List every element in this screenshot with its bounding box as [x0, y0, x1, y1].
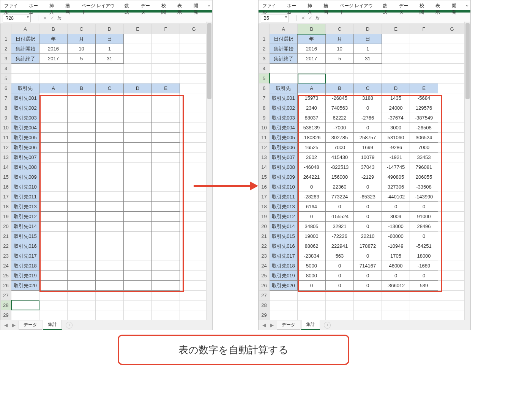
cell[interactable] — [438, 64, 466, 74]
row-header[interactable]: 24 — [259, 261, 270, 271]
cell[interactable]: 取引先018 — [11, 261, 39, 271]
cell[interactable] — [382, 310, 410, 320]
cell[interactable]: 取引先014 — [270, 222, 298, 231]
cell[interactable] — [96, 153, 124, 162]
cell[interactable]: 28496 — [410, 222, 438, 231]
cell[interactable]: 10079 — [354, 153, 382, 162]
cell[interactable] — [180, 300, 208, 310]
row-header[interactable]: 16 — [259, 182, 270, 192]
cell[interactable] — [382, 64, 410, 74]
cell[interactable] — [124, 251, 152, 261]
cell[interactable] — [152, 143, 180, 153]
cell[interactable] — [180, 153, 208, 162]
cell[interactable]: 集計終了 — [270, 54, 298, 64]
cell[interactable] — [152, 93, 180, 103]
cell[interactable]: 302785 — [326, 133, 354, 143]
cell[interactable] — [96, 143, 124, 153]
cell[interactable] — [96, 64, 124, 74]
cell[interactable] — [438, 123, 466, 133]
cell[interactable]: 3188 — [354, 93, 382, 103]
row-header[interactable]: 22 — [1, 241, 11, 251]
row-header[interactable]: 18 — [259, 202, 270, 212]
cell[interactable] — [326, 310, 354, 320]
cell[interactable] — [382, 54, 410, 64]
row-header[interactable]: 5 — [1, 74, 11, 83]
cell[interactable]: -46048 — [298, 162, 326, 172]
fx-icon[interactable]: fx — [315, 15, 319, 21]
row-header[interactable]: 20 — [259, 222, 270, 231]
cell[interactable]: 取引先007 — [270, 153, 298, 162]
cell[interactable]: 62222 — [326, 113, 354, 123]
column-header[interactable]: E — [124, 24, 152, 34]
cell[interactable]: 取引先003 — [270, 113, 298, 123]
cell[interactable] — [68, 231, 96, 241]
cell[interactable]: 日付選択 — [270, 34, 298, 44]
cell[interactable] — [180, 133, 208, 143]
cell[interactable] — [39, 162, 68, 172]
cell[interactable]: -10949 — [382, 241, 410, 251]
cell[interactable] — [180, 241, 208, 251]
tab-home[interactable]: ホーム — [25, 1, 46, 10]
cell[interactable]: 0 — [354, 202, 382, 212]
cell[interactable] — [39, 291, 68, 300]
cell[interactable] — [326, 64, 354, 74]
cell[interactable] — [124, 222, 152, 231]
row-header[interactable]: 15 — [259, 172, 270, 182]
cell[interactable] — [39, 251, 68, 261]
spreadsheet-grid[interactable]: ABCDEFG1日付選択年月日2集計開始20161013集計終了20175314… — [259, 24, 466, 320]
cell[interactable]: 2016 — [298, 44, 326, 54]
cell[interactable] — [39, 143, 68, 153]
cell[interactable]: 取引先011 — [270, 192, 298, 202]
cell[interactable] — [180, 192, 208, 202]
cell[interactable] — [438, 231, 466, 241]
cell[interactable] — [438, 83, 466, 93]
cell[interactable]: 34805 — [298, 222, 326, 231]
sheet-tab-data[interactable]: データ — [19, 321, 42, 330]
cell[interactable]: 0 — [326, 261, 354, 271]
cell[interactable]: 取引先006 — [270, 143, 298, 153]
cell[interactable]: E — [152, 83, 180, 93]
row-header[interactable]: 21 — [1, 231, 11, 241]
row-header[interactable]: 21 — [259, 231, 270, 241]
cell[interactable] — [438, 202, 466, 212]
cell[interactable] — [68, 93, 96, 103]
cell[interactable]: 月 — [68, 34, 96, 44]
tab-formulas[interactable]: 数式 — [379, 1, 395, 10]
cell[interactable] — [124, 281, 152, 291]
row-header[interactable]: 19 — [1, 212, 11, 222]
cell[interactable] — [124, 212, 152, 222]
cell[interactable] — [152, 271, 180, 281]
cell[interactable] — [382, 34, 410, 44]
row-header[interactable]: 28 — [259, 300, 270, 310]
cell[interactable]: 2340 — [298, 103, 326, 113]
cell[interactable] — [438, 300, 466, 310]
row-header[interactable]: 1 — [259, 34, 270, 44]
cell[interactable]: 取引先005 — [270, 133, 298, 143]
tab-developer[interactable]: 開発 — [448, 1, 464, 10]
cell[interactable]: 0 — [298, 281, 326, 291]
cell[interactable] — [354, 310, 382, 320]
cell[interactable] — [152, 291, 180, 300]
cell[interactable] — [152, 123, 180, 133]
cell[interactable] — [68, 310, 96, 320]
cell[interactable] — [152, 300, 180, 310]
cell[interactable]: 91000 — [410, 212, 438, 222]
sheet-tab-aggregate[interactable]: 集計 — [43, 320, 62, 330]
cell[interactable]: 24000 — [382, 103, 410, 113]
cell[interactable] — [39, 172, 68, 182]
cell[interactable] — [438, 44, 466, 54]
cell[interactable]: 16525 — [298, 143, 326, 153]
tab-pagelayout[interactable]: ページ レイアウト — [336, 1, 379, 10]
row-header[interactable]: 10 — [259, 123, 270, 133]
cell[interactable] — [180, 310, 208, 320]
cell[interactable] — [438, 261, 466, 271]
enter-icon[interactable]: ✓ — [50, 15, 54, 21]
cell[interactable]: 773224 — [326, 192, 354, 202]
cell[interactable] — [124, 261, 152, 271]
cell[interactable] — [68, 113, 96, 123]
cell[interactable] — [410, 74, 438, 83]
cell[interactable]: 6164 — [298, 202, 326, 212]
cell[interactable] — [152, 251, 180, 261]
cell[interactable]: -33508 — [410, 182, 438, 192]
cell[interactable] — [180, 251, 208, 261]
